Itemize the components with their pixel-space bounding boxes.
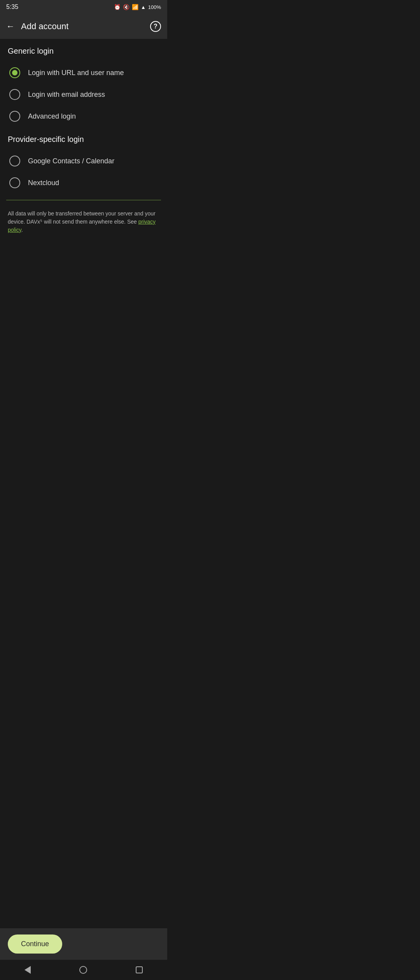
- help-button[interactable]: ?: [150, 21, 161, 32]
- wifi-icon: 📶: [132, 4, 138, 10]
- privacy-suffix: .: [21, 227, 23, 233]
- radio-advanced: [9, 111, 20, 122]
- radio-url-username: [9, 67, 20, 78]
- back-button[interactable]: ←: [6, 21, 15, 32]
- status-time: 5:35: [6, 4, 18, 10]
- label-url-username: Login with URL and user name: [28, 69, 124, 77]
- radio-email: [9, 89, 20, 100]
- privacy-main-text: All data will only be transferred betwee…: [8, 210, 156, 225]
- label-advanced: Advanced login: [28, 112, 76, 121]
- label-google: Google Contacts / Calendar: [28, 157, 114, 165]
- option-advanced[interactable]: Advanced login: [6, 105, 161, 127]
- radio-inner-selected: [12, 70, 18, 75]
- generic-login-title: Generic login: [6, 47, 161, 56]
- battery-indicator: 100%: [148, 4, 161, 10]
- privacy-notice: All data will only be transferred betwee…: [6, 206, 161, 237]
- option-google[interactable]: Google Contacts / Calendar: [6, 150, 161, 172]
- radio-nextcloud: [9, 177, 20, 188]
- alarm-icon: ⏰: [114, 4, 121, 10]
- option-url-username[interactable]: Login with URL and user name: [6, 62, 161, 84]
- provider-login-section: Provider-specific login Google Contacts …: [6, 135, 161, 194]
- main-content: Generic login Login with URL and user na…: [0, 39, 167, 245]
- status-icons: ⏰ 🔇 📶 ▲ 100%: [114, 4, 161, 10]
- status-bar: 5:35 ⏰ 🔇 📶 ▲ 100%: [0, 0, 167, 14]
- option-nextcloud[interactable]: Nextcloud: [6, 172, 161, 194]
- section-divider: [6, 200, 161, 200]
- app-bar: ← Add account ?: [0, 14, 167, 39]
- help-icon-label: ?: [154, 23, 158, 30]
- radio-google: [9, 156, 20, 166]
- app-bar-left: ← Add account: [6, 21, 68, 32]
- provider-login-title: Provider-specific login: [6, 135, 161, 144]
- signal-icon: ▲: [141, 4, 146, 10]
- option-email[interactable]: Login with email address: [6, 84, 161, 105]
- label-nextcloud: Nextcloud: [28, 179, 59, 187]
- label-email: Login with email address: [28, 91, 105, 99]
- page-title: Add account: [21, 21, 68, 32]
- mute-icon: 🔇: [123, 4, 130, 10]
- generic-login-section: Generic login Login with URL and user na…: [6, 47, 161, 127]
